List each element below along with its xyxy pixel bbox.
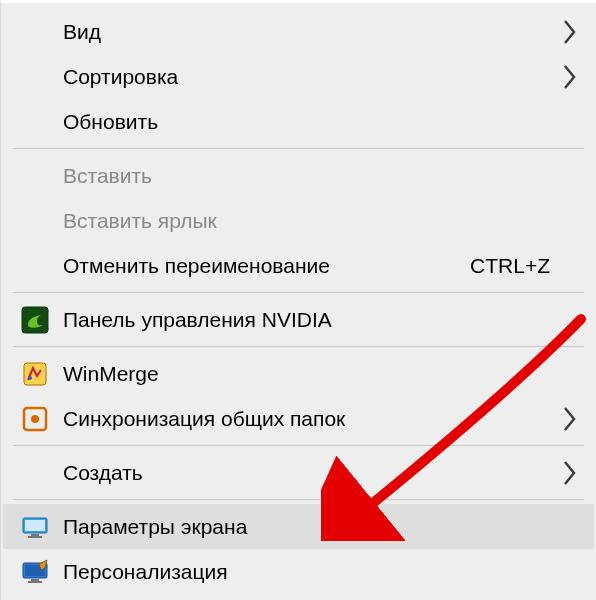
chevron-right-icon (562, 460, 578, 486)
menu-label: Синхронизация общих папок (63, 396, 345, 441)
separator (13, 292, 584, 293)
menu-shortcut: CTRL+Z (470, 243, 580, 288)
menu-item-nvidia[interactable]: Панель управления NVIDIA (3, 297, 594, 342)
display-icon (21, 513, 49, 541)
menu-item-display-settings[interactable]: Параметры экрана (3, 504, 594, 549)
menu-item-view[interactable]: Вид (3, 9, 594, 54)
menu-label: Сортировка (63, 54, 178, 99)
menu-label: Панель управления NVIDIA (63, 297, 332, 342)
winmerge-icon (21, 360, 49, 388)
svg-rect-7 (31, 534, 39, 536)
menu-item-undo-rename[interactable]: Отменить переименование CTRL+Z (3, 243, 594, 288)
menu-item-refresh[interactable]: Обновить (3, 99, 594, 144)
menu-label: WinMerge (63, 351, 159, 396)
separator (13, 445, 584, 446)
menu-label: Вид (63, 9, 101, 54)
svg-rect-12 (28, 581, 42, 583)
menu-item-personalization[interactable]: Персонализация (3, 549, 594, 594)
menu-label: Отменить переименование (63, 243, 330, 288)
menu-item-sync-shared-folders[interactable]: Синхронизация общих папок (3, 396, 594, 441)
chevron-right-icon (562, 406, 578, 432)
separator (13, 148, 584, 149)
personalization-icon (21, 558, 49, 586)
svg-rect-11 (31, 579, 39, 581)
separator (13, 346, 584, 347)
menu-item-winmerge[interactable]: WinMerge (3, 351, 594, 396)
context-menu: Вид Сортировка Обновить Вставить Вставит… (0, 0, 596, 600)
chevron-right-icon (562, 19, 578, 45)
menu-item-new[interactable]: Создать (3, 450, 594, 495)
separator (13, 499, 584, 500)
menu-label: Вставить ярлык (63, 198, 217, 243)
nvidia-icon (21, 306, 49, 334)
svg-point-2 (28, 376, 32, 380)
menu-label: Создать (63, 450, 143, 495)
menu-label: Персонализация (63, 549, 228, 594)
menu-item-sort[interactable]: Сортировка (3, 54, 594, 99)
sync-folders-icon (21, 405, 49, 433)
chevron-right-icon (562, 64, 578, 90)
menu-item-paste: Вставить (3, 153, 594, 198)
svg-point-4 (31, 415, 39, 423)
menu-label: Параметры экрана (63, 504, 247, 549)
menu-label: Вставить (63, 153, 152, 198)
menu-item-paste-shortcut: Вставить ярлык (3, 198, 594, 243)
menu-label: Обновить (63, 99, 158, 144)
svg-rect-6 (25, 520, 45, 531)
svg-rect-8 (28, 536, 42, 538)
